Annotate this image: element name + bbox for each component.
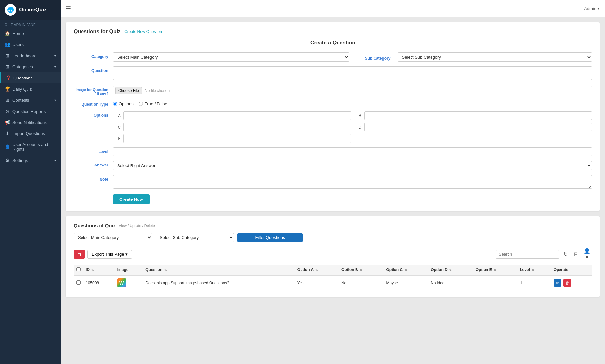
delete-row-button[interactable]: 🗑 (563, 279, 571, 287)
question-row: Question (74, 66, 592, 81)
edit-button[interactable]: ✏ (554, 279, 561, 287)
search-input[interactable] (496, 250, 559, 259)
sidebar-item-label: Question Reports (12, 109, 46, 114)
row-option-c: Maybe (384, 275, 429, 290)
row-option-a: Yes (295, 275, 339, 290)
sidebar-item-label: Send Notifications (12, 120, 47, 125)
option-c-input[interactable] (123, 123, 351, 131)
hamburger-button[interactable]: ☰ (66, 5, 71, 12)
table-row: 105008 W Does this app Support image-bas… (74, 275, 592, 290)
option-d-input[interactable] (364, 123, 592, 131)
options-grid-row3: E (113, 134, 592, 143)
filter-main-category-select[interactable]: Select Main Category (74, 233, 152, 242)
option-e-input[interactable] (123, 134, 351, 143)
main-category-select[interactable]: Select Main Category (113, 52, 349, 62)
sidebar-item-contests[interactable]: ⊞ Contests ▾ (0, 95, 61, 106)
categories-icon: ⊞ (5, 64, 10, 69)
sidebar-item-user-accounts[interactable]: 👤 User Accounts and Rights (0, 139, 61, 155)
option-b-label: B (354, 113, 362, 118)
option-a-label: A (113, 113, 121, 118)
level-label: Level (74, 147, 113, 154)
options-radio-label[interactable]: Options (113, 101, 134, 106)
answer-row: Answer Select Right Answer (74, 161, 592, 170)
export-button[interactable]: Export This Page ▾ (87, 250, 132, 259)
question-field (113, 66, 592, 81)
answer-field: Select Right Answer (113, 161, 592, 170)
daily-quiz-icon: 🏆 (5, 86, 10, 92)
question-label: Question (74, 66, 113, 73)
option-e-header: Option E ⇅ (473, 265, 517, 275)
filter-row: Select Main Category Select Sub Category… (74, 233, 592, 242)
row-option-d: No idea (428, 275, 473, 290)
row-option-b: No (339, 275, 384, 290)
bulk-delete-button[interactable]: 🗑 (74, 250, 85, 259)
level-input[interactable] (113, 147, 592, 156)
home-icon: 🏠 (5, 31, 10, 36)
truefalse-radio-label[interactable]: True / False (139, 101, 167, 106)
app-logo: 🌐 OnlineQuiz (0, 0, 61, 20)
sidebar-item-label: Categories (12, 64, 33, 69)
option-b-input[interactable] (364, 111, 592, 120)
create-button-wrapper: Create Now (113, 194, 592, 204)
row-checkbox[interactable] (76, 280, 81, 285)
answer-select[interactable]: Select Right Answer (113, 161, 592, 170)
sidebar-item-label: User Accounts and Rights (12, 142, 56, 152)
filter-questions-button[interactable]: Filter Questions (237, 233, 303, 242)
truefalse-radio[interactable] (139, 102, 143, 106)
page-title: Questions for Quiz (74, 29, 120, 35)
note-input[interactable] (113, 175, 592, 189)
create-new-question-link[interactable]: Create New Question (124, 29, 162, 34)
toolbar-left: 🗑 Export This Page ▾ (74, 250, 132, 259)
admin-label: Admin (584, 6, 596, 11)
header: ☰ Admin ▾ (61, 0, 605, 17)
create-now-button[interactable]: Create Now (113, 194, 150, 204)
sidebar-item-users[interactable]: 👥 Users (0, 39, 61, 50)
sidebar-item-questions[interactable]: ❓ Questions (0, 72, 61, 83)
sub-category-select[interactable]: Select Sub Category (398, 52, 592, 62)
row-image-thumbnail: W (117, 278, 126, 287)
filter-sub-category-select[interactable]: Select Sub Category (156, 233, 234, 242)
chevron-down-icon: ▾ (597, 6, 600, 11)
sidebar-item-question-reports[interactable]: ⊙ Question Reports (0, 106, 61, 117)
operate-header: Operate (551, 265, 592, 275)
grid-view-button[interactable]: ⊞ (572, 250, 579, 258)
sidebar-item-daily-quiz[interactable]: 🏆 Daily Quiz (0, 83, 61, 95)
main-category-field: Select Main Category (113, 52, 349, 62)
sidebar-item-settings[interactable]: ⚙ Settings ▾ (0, 155, 61, 166)
sidebar-item-label: Contests (12, 98, 29, 103)
sidebar-item-label: Home (12, 31, 24, 36)
sidebar-item-import-questions[interactable]: ⬇ Import Questions (0, 128, 61, 139)
option-e-label: E (113, 136, 121, 141)
table-toolbar: 🗑 Export This Page ▾ ↻ ⊞ (74, 247, 592, 261)
sidebar-item-home[interactable]: 🏠 Home (0, 28, 61, 39)
section-subtitle: View / Update / Delete (119, 224, 155, 228)
options-grid-row2: C D (113, 123, 592, 131)
chevron-down-icon: ▾ (54, 54, 56, 58)
option-a-input[interactable] (123, 111, 351, 120)
question-input[interactable] (113, 66, 592, 80)
admin-menu-button[interactable]: Admin ▾ (584, 6, 600, 11)
sidebar-item-leaderboard[interactable]: ⊞ Leaderboard ▾ (0, 50, 61, 61)
refresh-button[interactable]: ↻ (562, 250, 569, 258)
category-label: Category (74, 52, 113, 59)
choose-file-button[interactable]: Choose File (115, 87, 142, 94)
options-radio[interactable] (113, 102, 117, 106)
content-area: Questions for Quiz Create New Question C… (61, 17, 605, 364)
sidebar-item-categories[interactable]: ⊞ Categories ▾ (0, 61, 61, 72)
sidebar-item-send-notifications[interactable]: 📢 Send Notifications (0, 117, 61, 128)
note-label: Note (74, 175, 113, 182)
select-all-header (74, 265, 83, 275)
row-image: W (115, 275, 143, 290)
select-all-checkbox[interactable] (76, 267, 81, 271)
row-option-e (473, 275, 517, 290)
question-type-radio-group: Options True / False (113, 100, 592, 106)
app-name: OnlineQuiz (19, 7, 46, 13)
user-settings-button[interactable]: 👤▾ (582, 247, 592, 261)
table-header-row: ID ⇅ Image Question ⇅ Option A ⇅ Option … (74, 265, 592, 275)
main-wrapper: ☰ Admin ▾ Questions for Quiz Create New … (61, 0, 605, 364)
file-input-wrapper: Choose File No file chosen (113, 86, 592, 95)
image-row: Image for Question ( if any ) Choose Fil… (74, 86, 592, 95)
image-header: Image (115, 265, 143, 275)
no-file-label: No file chosen (145, 88, 170, 93)
category-row: Category Select Main Category Sub Catego… (74, 52, 592, 62)
